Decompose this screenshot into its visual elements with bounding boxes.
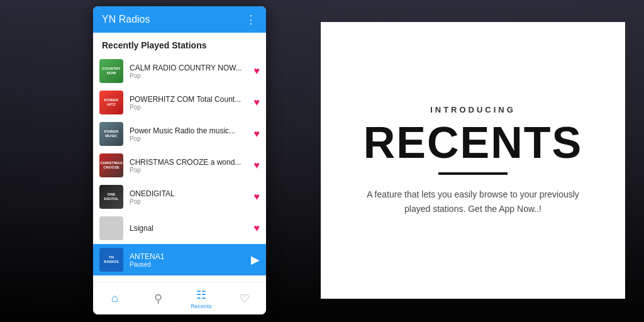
heart-icon-lsignal[interactable]: ♥ (254, 223, 260, 234)
play-button-antena[interactable]: ▶ (251, 253, 260, 267)
station-genre-powermusic: Pop (130, 135, 248, 142)
nav-favorites[interactable]: ♡ (223, 292, 266, 306)
recents-title: RECENTS (364, 121, 582, 165)
station-item-onedigital[interactable]: ONEDIGITAL ONEDIGITAL Pop ♥ (93, 181, 266, 213)
nav-home[interactable]: ⌂ (93, 292, 136, 305)
station-list: COUNTRYNOW CALM RADIO COUNTRY NOW... Pop… (93, 55, 266, 282)
heart-icon-powermusic[interactable]: ♥ (254, 128, 260, 140)
station-item-calm[interactable]: COUNTRYNOW CALM RADIO COUNTRY NOW... Pop… (93, 55, 266, 87)
section-title: Recently Played Stations (93, 33, 266, 55)
station-status-antena: Paused (130, 261, 245, 268)
divider-bar (438, 172, 508, 175)
search-icon: ⚲ (154, 292, 162, 306)
station-name-calm: CALM RADIO COUNTRY NOW... (130, 64, 248, 72)
heart-icon-onedigital[interactable]: ♥ (254, 191, 260, 203)
station-name-powerhitz: POWERHITZ COM Total Count... (130, 95, 248, 104)
recents-label: Recents (191, 303, 211, 309)
phone-mockup: YN Radios ⋮ Recently Played Stations COU… (93, 6, 266, 314)
station-info-christmas: CHRISTMAS CROOZE a wond... Pop (130, 158, 248, 174)
favorites-icon: ♡ (240, 292, 250, 306)
station-info-powerhitz: POWERHITZ COM Total Count... Pop (130, 95, 248, 111)
station-info-lsignal: Lsignal (130, 224, 248, 233)
station-info-antena: ANTENA1 Paused (130, 252, 245, 268)
station-item-antena[interactable]: YNRADIOS ANTENA1 Paused ▶ (93, 244, 266, 275)
station-genre-calm: Pop (130, 72, 248, 79)
header-menu-icon[interactable]: ⋮ (245, 13, 257, 26)
station-info-powermusic: Power Music Radio the music... Pop (130, 126, 248, 142)
station-item-lsignal[interactable]: Lsignal ♥ (93, 213, 266, 244)
nav-recents[interactable]: ☷ Recents (180, 288, 223, 309)
station-thumb-lsignal (99, 216, 123, 240)
station-name-christmas: CHRISTMAS CROOZE a wond... (130, 158, 248, 167)
station-thumb-antena: YNRADIOS (99, 248, 123, 272)
nav-search[interactable]: ⚲ (136, 292, 180, 306)
station-thumb-onedigital: ONEDIGITAL (99, 185, 123, 209)
station-item-powermusic[interactable]: POWERMUSIC Power Music Radio the music..… (93, 118, 266, 150)
recents-icon: ☷ (196, 288, 206, 302)
station-name-antena: ANTENA1 (130, 252, 245, 261)
station-name-onedigital: ONEDIGITAL (130, 189, 248, 198)
station-name-lsignal: Lsignal (130, 224, 248, 233)
station-name-powermusic: Power Music Radio the music... (130, 126, 248, 135)
heart-icon-powerhitz[interactable]: ♥ (254, 97, 260, 108)
heart-icon-christmas[interactable]: ♥ (254, 160, 260, 171)
heart-icon-calm[interactable]: ♥ (254, 65, 260, 77)
recents-description: A feature that lets you easily browse to… (366, 187, 580, 216)
station-info-onedigital: ONEDIGITAL Pop (130, 189, 248, 205)
station-thumb-calm: COUNTRYNOW (99, 59, 123, 83)
app-header: YN Radios ⋮ (93, 6, 266, 33)
station-thumb-christmas: CHRISTMASCROOZE (99, 153, 123, 177)
right-panel: INTRODUCING RECENTS A feature that lets … (321, 22, 625, 299)
station-genre-powerhitz: Pop (130, 104, 248, 111)
station-item-powerhitz[interactable]: POWERHITZ POWERHITZ COM Total Count... P… (93, 87, 266, 118)
station-thumb-powermusic: POWERMUSIC (99, 122, 123, 146)
home-icon: ⌂ (111, 292, 118, 305)
station-genre-onedigital: Pop (130, 198, 248, 205)
station-info-calm: CALM RADIO COUNTRY NOW... Pop (130, 64, 248, 79)
station-thumb-powerhitz: POWERHITZ (99, 91, 123, 114)
bottom-nav: ⌂ ⚲ ☷ Recents ♡ (93, 282, 266, 314)
station-genre-christmas: Pop (130, 167, 248, 174)
app-title: YN Radios (102, 14, 150, 25)
station-item-christmas[interactable]: CHRISTMASCROOZE CHRISTMAS CROOZE a wond.… (93, 150, 266, 181)
introducing-label: INTRODUCING (430, 105, 516, 114)
